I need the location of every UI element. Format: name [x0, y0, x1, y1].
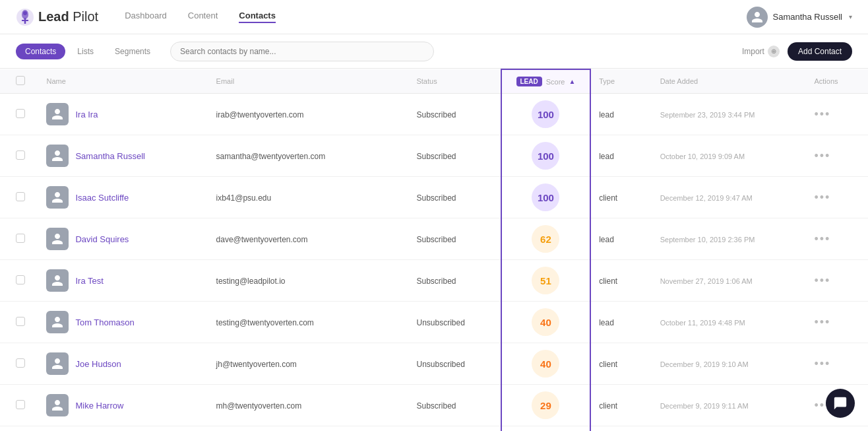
import-icon: ⊕: [768, 46, 780, 57]
tab-lists[interactable]: Lists: [68, 44, 103, 59]
score-badge: 100: [532, 100, 559, 128]
table-row: Ira Ira irab@twentyoverten.com Subscribe…: [0, 94, 868, 135]
actions-menu-button[interactable]: •••: [814, 191, 830, 204]
contact-date: October 11, 2019 4:48 PM: [660, 319, 745, 327]
actions-menu-button[interactable]: •••: [814, 315, 830, 329]
tab-group: Contacts Lists Segments: [16, 44, 160, 59]
row-checkbox[interactable]: [16, 234, 25, 243]
contact-name[interactable]: Tom Thomason: [75, 317, 134, 327]
nav-content[interactable]: Content: [188, 11, 218, 23]
contact-avatar: [46, 145, 69, 167]
sort-arrow-icon: ▲: [569, 78, 575, 85]
row-date-cell: December 12, 2019 9:47 AM: [652, 177, 807, 218]
contacts-table: Name Email Status LEAD Score ▲ Type Date…: [0, 69, 868, 431]
select-all-checkbox[interactable]: [16, 76, 25, 85]
row-actions-cell: •••: [806, 94, 868, 135]
main-nav: Dashboard Content Contacts: [125, 11, 746, 23]
header-actions: Import ⊕ Add Contact: [742, 42, 852, 61]
contact-email: dave@twentyoverten.com: [216, 235, 308, 244]
logo-icon: [16, 8, 34, 26]
actions-menu-button[interactable]: •••: [814, 108, 830, 121]
add-contact-button[interactable]: Add Contact: [788, 42, 852, 61]
score-badge: 29: [532, 391, 559, 419]
contact-date: December 9, 2019 9:10 AM: [660, 360, 749, 368]
row-check: [0, 177, 38, 218]
row-score-cell: 40: [501, 302, 590, 343]
contact-name[interactable]: Mike Harrow: [75, 401, 123, 411]
row-check: [0, 385, 38, 426]
row-checkbox[interactable]: [16, 317, 25, 326]
row-type-cell: client: [590, 260, 652, 302]
row-status-cell: Subscribed: [408, 426, 501, 432]
contact-type: client: [599, 401, 617, 411]
row-email-cell: irab@twentyoverten.com: [208, 94, 409, 135]
row-score-cell: 29: [501, 385, 590, 426]
header-score[interactable]: LEAD Score ▲: [501, 69, 590, 94]
header-check: [0, 69, 38, 94]
contact-status: Unsubscribed: [416, 360, 464, 369]
actions-menu-button[interactable]: •••: [814, 232, 830, 246]
row-email-cell: mh@twentyoverten.com: [208, 385, 409, 426]
contact-avatar: [46, 228, 69, 250]
contact-status: Subscribed: [416, 152, 456, 161]
actions-menu-button[interactable]: •••: [814, 357, 830, 370]
avatar: [747, 7, 768, 28]
contact-name[interactable]: Isaac Sutcliffe: [75, 193, 129, 203]
contact-avatar: [46, 311, 69, 333]
row-checkbox[interactable]: [16, 109, 25, 118]
actions-menu-button[interactable]: •••: [814, 274, 830, 287]
row-date-cell: December 9, 2019 9:11 AM: [652, 385, 807, 426]
row-date-cell: December 9, 2019 9:10 AM: [652, 343, 807, 385]
tab-contacts[interactable]: Contacts: [16, 44, 65, 59]
contact-name[interactable]: Samantha Russell: [75, 151, 145, 161]
row-checkbox[interactable]: [16, 400, 25, 409]
row-name-cell: Tom Thomason: [38, 302, 208, 343]
row-checkbox[interactable]: [16, 358, 25, 368]
row-date-cell: October 10, 2019 9:09 AM: [652, 135, 807, 177]
contact-name[interactable]: David Squires: [75, 234, 129, 244]
row-type-cell: client: [590, 343, 652, 385]
row-name-cell: Tim Long: [38, 426, 208, 432]
contact-status: Subscribed: [416, 110, 456, 119]
contact-email: testing@twentyoverten.com: [216, 318, 314, 327]
contact-name[interactable]: Joe Hudson: [75, 359, 121, 369]
contact-date: December 12, 2019 9:47 AM: [660, 194, 753, 202]
contact-email: samantha@twentyoverten.com: [216, 152, 326, 161]
row-actions-cell: •••: [806, 177, 868, 218]
row-actions-cell: •••: [806, 218, 868, 260]
row-score-cell: 100: [501, 94, 590, 135]
chat-button[interactable]: [826, 389, 855, 418]
tab-segments[interactable]: Segments: [106, 44, 160, 59]
row-status-cell: Unsubscribed: [408, 302, 501, 343]
lead-badge: LEAD: [516, 77, 542, 86]
nav-dashboard[interactable]: Dashboard: [125, 11, 167, 23]
row-checkbox[interactable]: [16, 275, 25, 284]
header-status: Status: [408, 69, 501, 94]
actions-menu-button[interactable]: •••: [814, 149, 830, 162]
row-date-cell: September 23, 2019 3:44 PM: [652, 94, 807, 135]
row-status-cell: Subscribed: [408, 385, 501, 426]
search-bar: [170, 42, 731, 61]
table-row: Tim Long tl@twentyoverten.com Subscribed…: [0, 426, 868, 432]
search-input[interactable]: [170, 42, 434, 61]
contact-type: client: [599, 277, 617, 286]
row-email-cell: testing@twentyoverten.com: [208, 302, 409, 343]
table-row: David Squires dave@twentyoverten.com Sub…: [0, 218, 868, 260]
row-email-cell: testing@leadpilot.io: [208, 260, 409, 302]
row-checkbox[interactable]: [16, 150, 25, 160]
score-badge: 51: [532, 267, 559, 294]
user-name: Samantha Russell: [773, 12, 843, 22]
contact-name[interactable]: Ira Ira: [75, 110, 98, 119]
row-actions-cell: •••: [806, 426, 868, 432]
contact-name[interactable]: Ira Test: [75, 276, 103, 286]
score-badge: 40: [532, 308, 559, 336]
import-button[interactable]: Import ⊕: [742, 46, 780, 57]
contact-status: Unsubscribed: [416, 318, 464, 327]
contact-type: lead: [599, 152, 614, 161]
main-header: Lead Pilot Dashboard Content Contacts Sa…: [0, 0, 868, 34]
nav-contacts[interactable]: Contacts: [239, 11, 276, 23]
row-checkbox[interactable]: [16, 192, 25, 201]
row-date-cell: September 10, 2019 2:36 PM: [652, 218, 807, 260]
row-date-cell: November 27, 2019 1:06 AM: [652, 260, 807, 302]
table-row: Joe Hudson jh@twentyoverten.com Unsubscr…: [0, 343, 868, 385]
